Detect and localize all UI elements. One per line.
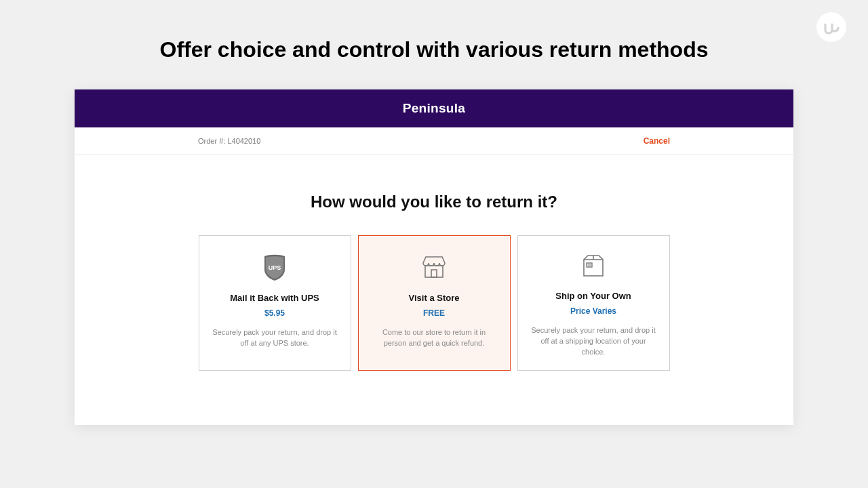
app-window: Peninsula Order #: L4042010 Cancel How w… — [75, 89, 793, 425]
svg-rect-4 — [587, 263, 592, 267]
cancel-button[interactable]: Cancel — [644, 136, 670, 146]
option-price: Price Varies — [570, 306, 616, 316]
order-number: Order #: L4042010 — [198, 137, 260, 145]
option-ship-own[interactable]: Ship on Your Own Price Varies Securely p… — [517, 235, 670, 371]
option-price: $5.95 — [264, 308, 285, 318]
svg-rect-1 — [425, 266, 443, 277]
ups-shield-icon: UPS — [263, 252, 286, 282]
option-title: Mail it Back with UPS — [230, 293, 319, 303]
content-area: How would you like to return it? UPS Mai… — [75, 155, 793, 425]
option-desc: Come to our store to return it in person… — [371, 327, 498, 349]
option-desc: Securely pack your return, and drop it o… — [530, 325, 657, 358]
svg-rect-2 — [431, 270, 437, 277]
return-question: How would you like to return it? — [75, 192, 793, 211]
svg-text:UPS: UPS — [269, 264, 281, 271]
brand-bar: Peninsula — [75, 89, 793, 127]
package-icon — [581, 252, 606, 280]
option-title: Visit a Store — [409, 293, 460, 303]
option-price: FREE — [423, 308, 445, 318]
storefront-icon — [420, 252, 448, 282]
hero-title: Offer choice and control with various re… — [0, 0, 868, 89]
meta-row: Order #: L4042010 Cancel — [75, 127, 793, 155]
option-title: Ship on Your Own — [555, 291, 631, 301]
svg-rect-3 — [584, 260, 603, 276]
brand-name: Peninsula — [403, 101, 465, 115]
option-mail-ups[interactable]: UPS Mail it Back with UPS $5.95 Securely… — [199, 235, 351, 371]
wave-icon — [822, 18, 841, 37]
vendor-logo-badge — [816, 12, 846, 42]
option-desc: Securely pack your return, and drop it o… — [212, 327, 338, 349]
option-visit-store[interactable]: Visit a Store FREE Come to our store to … — [358, 235, 511, 371]
return-options: UPS Mail it Back with UPS $5.95 Securely… — [75, 235, 793, 371]
